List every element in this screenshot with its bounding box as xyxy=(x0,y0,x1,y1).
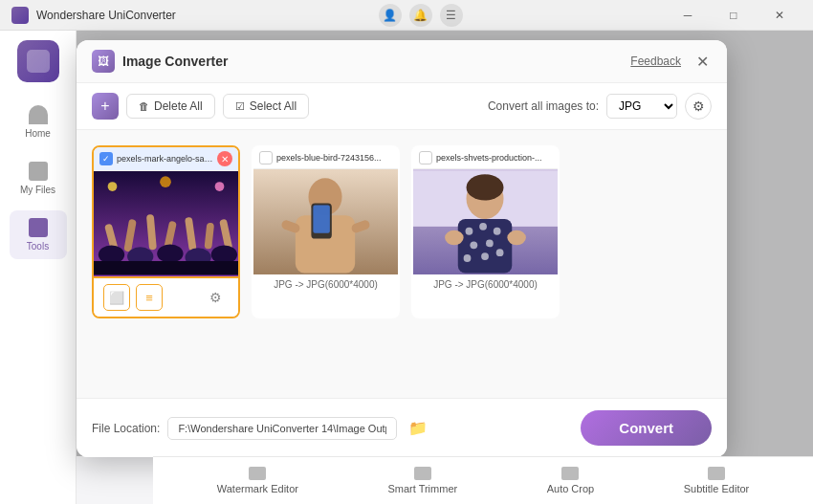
file-location-row: File Location: 📁 xyxy=(92,415,431,442)
svg-point-3 xyxy=(215,182,225,191)
image-1-checkbox[interactable]: ✓ xyxy=(99,152,113,165)
image-2-filename: pexels-blue-bird-7243156... xyxy=(276,153,388,163)
logo-inner xyxy=(27,50,50,73)
svg-point-31 xyxy=(494,228,501,235)
svg-point-34 xyxy=(464,254,472,262)
watermark-icon xyxy=(249,467,266,480)
svg-point-30 xyxy=(479,223,487,230)
user-icon[interactable]: 👤 xyxy=(379,4,402,27)
sidebar-item-myfiles[interactable]: My Files xyxy=(10,154,67,203)
image-grid: ✓ pexels-mark-angelo-sam... ✕ xyxy=(92,145,712,318)
modal-header: 🖼 Image Converter Feedback ✕ xyxy=(77,40,727,83)
convert-button[interactable]: Convert xyxy=(581,410,712,446)
image-2-footer: JPG -> JPG(6000*4000) xyxy=(253,274,398,295)
format-select[interactable]: JPG PNG BMP WEBP TIFF xyxy=(606,94,677,119)
image-card-1[interactable]: ✓ pexels-mark-angelo-sam... ✕ xyxy=(92,145,240,318)
app-logo xyxy=(17,40,59,82)
trimmer-icon xyxy=(414,467,431,480)
woman-illustration xyxy=(413,169,558,274)
window-controls: ─ □ ✕ xyxy=(666,0,802,31)
modal-icon: 🖼 xyxy=(92,50,115,73)
concert-illustration xyxy=(94,171,238,276)
smart-trimmer-tool[interactable]: Smart Trimmer xyxy=(387,467,457,494)
modal-dialog: 🖼 Image Converter Feedback ✕ + xyxy=(77,40,727,457)
sidebar-item-tools[interactable]: Tools xyxy=(10,210,67,259)
watermark-editor-label: Watermark Editor xyxy=(217,483,298,494)
smart-trimmer-label: Smart Trimmer xyxy=(387,483,457,494)
modal-toolbar: + 🗑 Delete All ☑ Select All Convert all … xyxy=(77,83,727,130)
image-2-checkbox[interactable] xyxy=(259,151,273,164)
image-1-remove-button[interactable]: ✕ xyxy=(217,151,232,166)
image-1-action-icons: ⬜ ≡ xyxy=(103,284,163,311)
modal-overlay: 🖼 Image Converter Feedback ✕ + xyxy=(77,31,813,456)
select-icon: ☑ xyxy=(235,100,245,113)
main-content: Wondersha UniConvert ▶ 🖼 Image Converter… xyxy=(77,31,813,504)
image-3-format-info: JPG -> JPG(6000*4000) xyxy=(433,279,538,290)
svg-point-33 xyxy=(486,240,494,248)
bell-icon[interactable]: 🔔 xyxy=(409,4,432,27)
format-settings-button[interactable]: ⚙ xyxy=(685,93,712,120)
image-1-settings-button[interactable]: ≡ xyxy=(136,284,163,311)
delete-all-button[interactable]: 🗑 Delete All xyxy=(126,94,215,119)
image-1-gear-button[interactable]: ⚙ xyxy=(202,284,229,311)
app-title-text: Wondershare UniConverter xyxy=(36,9,176,22)
svg-point-2 xyxy=(160,176,171,187)
svg-rect-21 xyxy=(313,205,330,232)
image-1-preview xyxy=(94,171,238,276)
image-3-filename: pexels-shvets-production-... xyxy=(436,153,548,163)
app-top-icons: 👤 🔔 ☰ xyxy=(379,4,463,27)
select-all-button[interactable]: ☑ Select All xyxy=(223,94,309,119)
minimize-button[interactable]: ─ xyxy=(666,0,710,31)
tools-icon xyxy=(29,218,48,237)
maximize-button[interactable]: □ xyxy=(712,0,756,31)
image-card-3[interactable]: pexels-shvets-production-... xyxy=(411,145,560,318)
app-title-left: Wondershare UniConverter xyxy=(11,7,176,24)
svg-point-32 xyxy=(470,241,477,249)
modal-toolbar-right: Convert all images to: JPG PNG BMP WEBP … xyxy=(488,93,712,120)
auto-crop-label: Auto Crop xyxy=(547,483,595,494)
delete-all-label: Delete All xyxy=(154,99,203,113)
modal-close-button[interactable]: ✕ xyxy=(692,52,712,71)
watermark-editor-tool[interactable]: Watermark Editor xyxy=(217,467,298,494)
image-3-checkbox[interactable] xyxy=(419,151,432,164)
sidebar-myfiles-label: My Files xyxy=(20,185,55,195)
svg-point-29 xyxy=(466,228,473,235)
add-image-button[interactable]: + xyxy=(92,93,119,120)
image-3-preview xyxy=(413,169,558,274)
image-3-footer: JPG -> JPG(6000*4000) xyxy=(413,274,558,295)
phone-illustration xyxy=(253,169,398,274)
app-icon xyxy=(11,7,29,24)
image-1-crop-button[interactable]: ⬜ xyxy=(103,284,130,311)
feedback-link[interactable]: Feedback xyxy=(630,55,681,68)
modal-header-right: Feedback ✕ xyxy=(630,52,712,71)
menu-icon[interactable]: ☰ xyxy=(440,4,463,27)
image-card-3-header: pexels-shvets-production-... xyxy=(413,147,558,169)
svg-point-13 xyxy=(157,244,183,262)
svg-rect-16 xyxy=(94,261,238,275)
image-2-preview xyxy=(253,169,398,274)
bottom-toolbar: Watermark Editor Smart Trimmer Auto Crop… xyxy=(153,456,813,504)
image-card-2-header: pexels-blue-bird-7243156... xyxy=(253,147,398,169)
modal-title: Image Converter xyxy=(122,54,228,69)
svg-point-36 xyxy=(496,249,504,256)
subtitle-editor-tool[interactable]: Subtitle Editor xyxy=(684,467,749,494)
subtitle-editor-label: Subtitle Editor xyxy=(684,483,749,494)
file-location-input[interactable] xyxy=(167,417,397,440)
image-1-filename: pexels-mark-angelo-sam... xyxy=(117,154,213,164)
svg-point-1 xyxy=(108,182,118,191)
modal-footer: File Location: 📁 Convert xyxy=(77,398,727,457)
sidebar-item-home[interactable]: Home xyxy=(10,98,67,146)
sidebar: Home My Files Tools xyxy=(0,31,77,504)
browse-folder-button[interactable]: 📁 xyxy=(405,415,431,442)
convert-label: Convert xyxy=(619,420,673,436)
modal-header-left: 🖼 Image Converter xyxy=(92,50,228,73)
image-card-2[interactable]: pexels-blue-bird-7243156... xyxy=(252,145,400,318)
app-titlebar: Wondershare UniConverter 👤 🔔 ☰ ─ □ ✕ xyxy=(0,0,813,31)
home-icon xyxy=(29,105,48,124)
convert-all-label: Convert all images to: xyxy=(488,99,599,113)
image-2-format-info: JPG -> JPG(6000*4000) xyxy=(274,279,378,290)
auto-crop-tool[interactable]: Auto Crop xyxy=(547,467,595,494)
close-button[interactable]: ✕ xyxy=(758,0,802,31)
select-all-label: Select All xyxy=(250,99,297,113)
svg-point-37 xyxy=(445,230,463,246)
